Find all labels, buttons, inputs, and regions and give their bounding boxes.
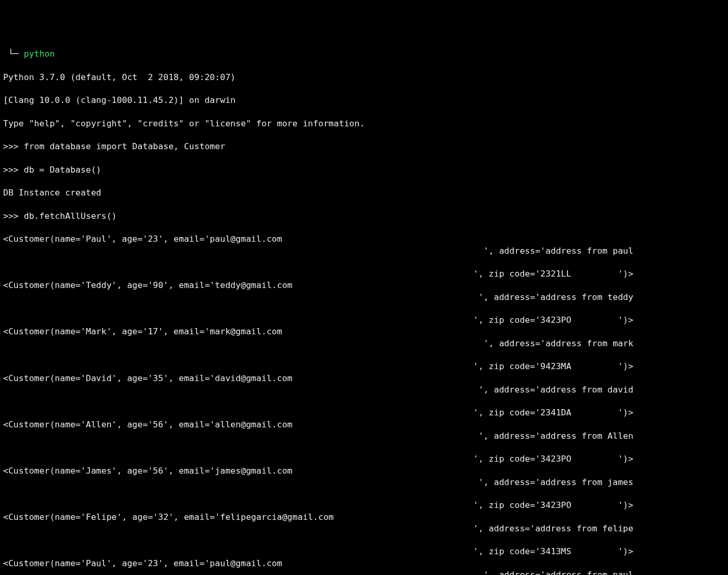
customer-output-line: ', address='address from Allen <box>3 430 725 442</box>
customer-output-line: <Customer(name='David', age='35', email=… <box>3 373 725 384</box>
customer-output-line <box>3 442 725 453</box>
customer-output-line: <Customer(name='Allen', age='56', email=… <box>3 419 725 430</box>
customer-output-line: ', address='address from mark <box>3 338 725 349</box>
customer-output-line: ', address='address from felipe <box>3 523 725 534</box>
customer-output-line: ', zip code='9423MA ')> <box>3 361 725 372</box>
tree-prefix: └─ <box>3 49 24 59</box>
customer-output-line: <Customer(name='Mark', age='17', email='… <box>3 326 725 337</box>
customer-output-line: ', address='address from david <box>3 384 725 396</box>
clang-line: [Clang 10.0.0 (clang-1000.11.45.2)] on d… <box>3 95 725 106</box>
python-version-line: Python 3.7.0 (default, Oct 2 2018, 09:20… <box>3 72 725 83</box>
customer-output-line: ', zip code='3423PO ')> <box>3 453 725 465</box>
customer-output-line <box>3 257 725 268</box>
customer-output-line: <Customer(name='Felipe', age='32', email… <box>3 512 725 523</box>
customer-output-line <box>3 488 725 500</box>
shell-title-line: └─ python <box>3 48 725 60</box>
customer-output-line: ', address='address from paul <box>3 245 725 257</box>
customer-output-line: ', zip code='3413MS ')> <box>3 546 725 557</box>
customer-output-line: ', zip code='3423PO ')> <box>3 315 725 326</box>
customer-output-line: <Customer(name='James', age='56', email=… <box>3 465 725 477</box>
customer-output-line: ', zip code='2341DA ')> <box>3 407 725 419</box>
customer-output-line <box>3 534 725 546</box>
customer-output-line <box>3 303 725 315</box>
customer-output-line: ', address='address from james <box>3 477 725 488</box>
db-init-line: >>> db = Database() <box>3 164 725 176</box>
customers-output: <Customer(name='Paul', age='23', email='… <box>3 233 725 575</box>
customer-output-line: ', address='address from teddy <box>3 292 725 303</box>
shell-command: python <box>24 49 55 59</box>
help-line: Type "help", "copyright", "credits" or "… <box>3 118 725 129</box>
customer-output-line: ', zip code='3423PO ')> <box>3 500 725 511</box>
fetch-line: >>> db.fetchAllUsers() <box>3 211 725 222</box>
customer-output-line: <Customer(name='Paul', age='23', email='… <box>3 233 725 245</box>
customer-output-line: <Customer(name='Teddy', age='90', email=… <box>3 280 725 291</box>
customer-output-line <box>3 349 725 361</box>
customer-output-line: ', zip code='2321LL ')> <box>3 268 725 280</box>
customer-output-line: ', address='address from paul <box>3 569 725 575</box>
db-created-line: DB Instance created <box>3 187 725 199</box>
customer-output-line <box>3 396 725 407</box>
customer-output-line: <Customer(name='Paul', age='23', email='… <box>3 558 725 569</box>
import-line: >>> from database import Database, Custo… <box>3 141 725 152</box>
